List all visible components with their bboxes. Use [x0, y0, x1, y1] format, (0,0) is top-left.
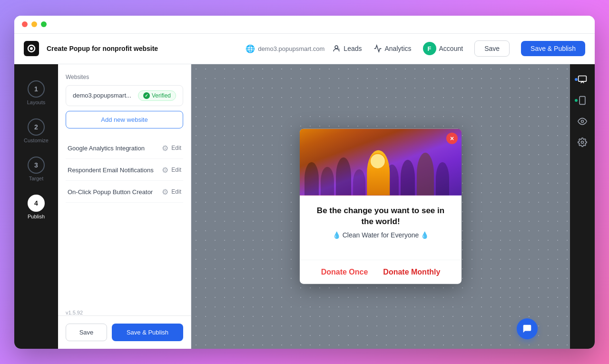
close-traffic-light[interactable]	[22, 21, 28, 27]
add-website-button[interactable]: Add new website	[66, 111, 183, 128]
analytics-icon	[373, 44, 382, 53]
tablet-dot	[575, 99, 578, 102]
save-publish-button[interactable]: Save & Publish	[521, 41, 585, 56]
step-2-label: Customize	[24, 138, 49, 143]
step-customize[interactable]: 2 Customize	[14, 114, 58, 148]
left-panel: Websites demo3.popupsmart... ✓ Verified …	[58, 64, 191, 349]
popup-card: ×	[300, 128, 462, 284]
popup-image	[300, 128, 462, 195]
email-notifications-item[interactable]: Respondent Email Notifications ⚙ Edit	[66, 160, 183, 181]
footer-save-button[interactable]: Save	[66, 324, 107, 341]
account-nav-item[interactable]: F Account	[423, 42, 463, 55]
step-publish[interactable]: 4 Publish	[14, 190, 58, 224]
google-analytics-edit-link[interactable]: Edit	[171, 145, 181, 151]
leads-icon	[332, 44, 341, 53]
email-notifications-actions: ⚙ Edit	[162, 166, 181, 175]
titlebar	[14, 16, 595, 34]
minimize-traffic-light[interactable]	[31, 21, 37, 27]
globe-icon: 🌐	[246, 44, 255, 53]
email-notifications-name: Respondent Email Notifications	[68, 167, 154, 174]
step-1-circle: 1	[28, 80, 45, 98]
integration-list: Google Analytics Integration ⚙ Edit Resp…	[66, 138, 183, 203]
popup-headline: Be the change you want to see in the wor…	[311, 205, 450, 227]
verified-badge: ✓ Verified	[138, 90, 176, 101]
step-3-label: Target	[29, 176, 44, 181]
google-analytics-integration-item[interactable]: Google Analytics Integration ⚙ Edit	[66, 138, 183, 159]
step-1-label: Layouts	[27, 99, 46, 105]
preview-button[interactable]	[573, 112, 592, 131]
logo	[24, 41, 39, 56]
step-4-label: Publish	[28, 214, 45, 219]
svg-point-6	[581, 120, 584, 122]
donate-monthly-button[interactable]: Donate Monthly	[383, 268, 440, 276]
analytics-label: Analytics	[385, 45, 412, 52]
onclick-creator-item[interactable]: On-Click Popup Button Creator ⚙ Edit	[66, 182, 183, 203]
account-avatar: F	[423, 42, 436, 55]
step-4-circle: 4	[28, 195, 45, 212]
website-item: demo3.popupsmart... ✓ Verified	[66, 85, 183, 106]
step-3-circle: 3	[28, 157, 45, 174]
google-analytics-actions: ⚙ Edit	[162, 144, 181, 153]
header-nav: Leads Analytics F Account Save Save & Pu…	[332, 40, 585, 57]
leads-nav-item[interactable]: Leads	[332, 44, 362, 53]
google-analytics-integration-name: Google Analytics Integration	[68, 145, 145, 152]
settings-button[interactable]	[573, 133, 592, 152]
onclick-creator-actions: ⚙ Edit	[162, 187, 181, 197]
email-notifications-gear-icon: ⚙	[162, 166, 168, 175]
version-label: v1.5.92	[58, 308, 191, 315]
url-text: demo3.popupsmart.com	[258, 45, 324, 52]
main-content: 1 Layouts 2 Customize 3 Target 4	[14, 64, 595, 349]
step-target[interactable]: 3 Target	[14, 152, 58, 186]
popup-subtext: 💧 Clean Water for Everyone 💧	[311, 231, 450, 239]
step-layouts[interactable]: 1 Layouts	[14, 76, 58, 110]
right-toolbar	[570, 64, 595, 349]
header: Create Popup for nonprofit website 🌐 dem…	[14, 34, 595, 64]
maximize-traffic-light[interactable]	[41, 21, 47, 27]
left-panel-content: Websites demo3.popupsmart... ✓ Verified …	[58, 64, 191, 308]
svg-point-2	[335, 46, 338, 49]
donate-once-button[interactable]: Donate Once	[321, 268, 368, 276]
popup-buttons: Donate Once Donate Monthly	[300, 260, 462, 284]
desktop-dot	[575, 78, 578, 81]
left-panel-footer: Save Save & Publish	[58, 315, 191, 349]
svg-rect-3	[579, 76, 587, 81]
email-notifications-edit-link[interactable]: Edit	[171, 167, 181, 173]
save-button[interactable]: Save	[474, 40, 510, 57]
tablet-icon	[578, 96, 587, 105]
verified-label: Verified	[152, 92, 171, 99]
check-icon: ✓	[143, 92, 150, 99]
page-title: Create Popup for nonprofit website	[47, 45, 238, 52]
onclick-creator-name: On-Click Popup Button Creator	[68, 188, 153, 196]
desktop-view-button[interactable]	[573, 70, 592, 89]
tablet-view-button[interactable]	[573, 91, 592, 110]
step-2-circle: 2	[28, 118, 45, 136]
traffic-lights	[22, 21, 47, 27]
eye-icon	[578, 117, 587, 126]
header-url: 🌐 demo3.popupsmart.com	[246, 44, 324, 53]
websites-section-label: Websites	[66, 74, 183, 80]
preview-area: ×	[191, 64, 570, 349]
google-analytics-gear-icon: ⚙	[162, 144, 168, 153]
desktop-icon	[578, 75, 587, 84]
gear-icon	[578, 138, 587, 147]
analytics-nav-item[interactable]: Analytics	[373, 44, 412, 53]
onclick-creator-gear-icon: ⚙	[162, 187, 168, 197]
svg-point-7	[581, 141, 584, 143]
account-label: Account	[439, 45, 463, 52]
sidebar-steps: 1 Layouts 2 Customize 3 Target 4	[14, 64, 58, 349]
app-window: Create Popup for nonprofit website 🌐 dem…	[14, 16, 595, 349]
svg-point-1	[30, 47, 33, 50]
popup-close-button[interactable]: ×	[446, 132, 458, 144]
leads-label: Leads	[344, 45, 362, 52]
footer-save-publish-button[interactable]: Save & Publish	[112, 324, 183, 341]
website-name: demo3.popupsmart...	[73, 92, 131, 99]
chat-icon	[522, 324, 532, 334]
chat-bubble[interactable]	[517, 318, 538, 339]
popup-body: Be the change you want to see in the wor…	[300, 195, 462, 260]
onclick-creator-edit-link[interactable]: Edit	[171, 188, 181, 195]
